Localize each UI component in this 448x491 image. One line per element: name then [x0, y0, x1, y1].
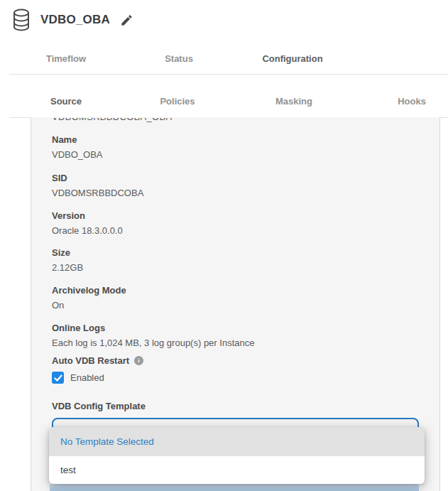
subtab-policies[interactable]: Policies [160, 96, 195, 107]
field-value: Each log is 1,024 MB, 3 log group(s) per… [52, 338, 421, 348]
field-value: 2.12GB [52, 262, 421, 273]
field-label: Archivelog Mode [52, 285, 421, 296]
enabled-checkbox[interactable] [52, 372, 64, 384]
tab-timeflow[interactable]: Timeflow [46, 53, 86, 64]
page-title: VDBO_OBA [40, 13, 110, 27]
subtab-hooks[interactable]: Hooks [398, 96, 426, 107]
field-name: Name VDBO_OBA [52, 134, 421, 160]
field-value: On [52, 300, 421, 311]
field-archivelog-mode: Archivelog Mode On [52, 285, 421, 311]
field-size: Size 2.12GB [52, 247, 421, 273]
vdb-config-template-label: VDB Config Template [52, 401, 146, 411]
enabled-checkbox-label: Enabled [70, 372, 104, 383]
auto-vdb-restart-label-row: Auto VDB Restart i [52, 355, 143, 366]
tab-status[interactable]: Status [165, 53, 193, 64]
subtab-source[interactable]: Source [50, 96, 82, 107]
tabs-divider [9, 74, 448, 75]
pencil-icon [120, 14, 133, 27]
field-label: Online Logs [52, 323, 421, 333]
field-version: Version Oracle 18.3.0.0.0 [52, 210, 421, 236]
checkmark-icon [54, 374, 62, 382]
field-value: Oracle 18.3.0.0.0 [52, 225, 421, 236]
menu-option-test[interactable]: test [49, 456, 425, 484]
tab-configuration[interactable]: Configuration [262, 53, 322, 64]
edit-title-button[interactable] [120, 13, 134, 27]
menu-option-no-template[interactable]: No Template Selected [49, 427, 425, 456]
field-value: VDBOMSRBBDCOBA [52, 188, 421, 198]
field-label: Name [52, 134, 421, 145]
field-label: SID [52, 173, 421, 183]
clipped-scrolled-text: VDBOMSRBBDCOBA_OBA [52, 118, 265, 124]
field-value: VDBO_OBA [52, 149, 421, 160]
field-label: Size [52, 247, 421, 258]
auto-vdb-restart-label: Auto VDB Restart [52, 355, 129, 366]
bottom-blue-element [50, 484, 419, 491]
vdb-configuration-page: VDBO_OBA Timeflow Status Configuration S… [0, 0, 448, 491]
field-online-logs: Online Logs Each log is 1,024 MB, 3 log … [52, 323, 421, 348]
field-sid: SID VDBOMSRBBDCOBA [52, 173, 421, 198]
field-label: Version [52, 210, 421, 221]
database-icon [13, 9, 30, 31]
template-dropdown-menu: No Template Selected test [49, 427, 425, 484]
enabled-checkbox-row[interactable]: Enabled [52, 372, 104, 384]
page-header: VDBO_OBA [13, 9, 134, 31]
info-icon[interactable]: i [134, 356, 143, 365]
subtab-masking[interactable]: Masking [275, 96, 312, 107]
